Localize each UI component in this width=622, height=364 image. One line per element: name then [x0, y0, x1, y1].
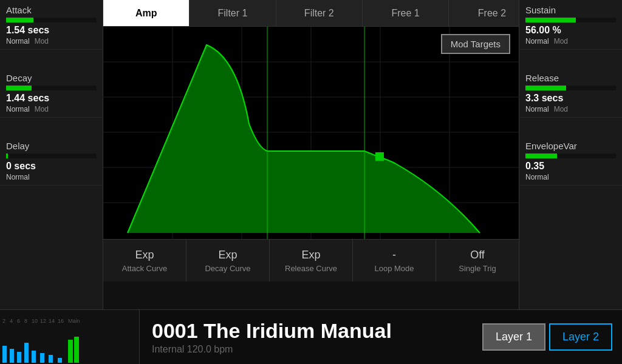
attack-curve-name: Attack Curve — [122, 264, 167, 273]
release-curve-name: Release Curve — [285, 264, 337, 273]
delay-fill — [6, 153, 8, 158]
decay-block: Decay 1.44 secs Normal Mod — [0, 68, 103, 118]
decay-curve-value: Exp — [218, 249, 237, 261]
svg-text:6: 6 — [17, 318, 20, 324]
curve-controls: Exp Attack Curve Exp Decay Curve Exp Rel… — [103, 239, 519, 281]
attack-curve-block[interactable]: Exp Attack Curve — [103, 240, 186, 281]
envelopevar-label: EnvelopeVar — [525, 141, 616, 151]
envelopevar-fill — [525, 153, 557, 158]
sustain-block: Sustain 56.00 % Normal Mod — [519, 0, 622, 50]
patch-name: 0001 The Iridium Manual — [152, 319, 470, 343]
tab-free1[interactable]: Free 1 — [363, 0, 449, 26]
svg-text:4: 4 — [10, 318, 13, 324]
loop-mode-value: - — [392, 249, 396, 261]
release-curve-value: Exp — [301, 249, 320, 261]
delay-modes: Normal — [6, 173, 97, 181]
svg-text:14: 14 — [49, 318, 55, 324]
layer1-button[interactable]: Layer 1 — [482, 323, 545, 351]
svg-rect-30 — [68, 340, 73, 363]
svg-rect-26 — [32, 351, 36, 363]
tab-filter2[interactable]: Filter 2 — [276, 0, 363, 26]
svg-rect-12 — [375, 152, 384, 161]
attack-value: 1.54 secs — [6, 25, 97, 36]
level-meters-svg: 2 4 6 8 10 12 14 16 Main — [0, 315, 134, 364]
sustain-mode-mod[interactable]: Mod — [554, 37, 568, 46]
svg-rect-24 — [17, 352, 21, 363]
mod-targets-button[interactable]: Mod Targets — [441, 34, 510, 54]
tab-filter1[interactable]: Filter 1 — [190, 0, 276, 26]
svg-text:10: 10 — [32, 318, 38, 324]
decay-slider[interactable] — [6, 86, 97, 90]
release-slider[interactable] — [525, 86, 616, 90]
svg-text:8: 8 — [24, 318, 27, 324]
release-curve-block[interactable]: Exp Release Curve — [270, 240, 353, 281]
sustain-fill — [525, 18, 576, 22]
layer-buttons: Layer 1 Layer 2 — [482, 323, 622, 351]
decay-mode-mod[interactable]: Mod — [35, 105, 49, 113]
loop-mode-block[interactable]: - Loop Mode — [353, 240, 436, 281]
patch-info: 0001 The Iridium Manual Internal 120.0 b… — [140, 319, 482, 355]
single-trig-name: Single Trig — [459, 264, 496, 273]
sustain-label: Sustain — [525, 5, 616, 15]
envelopevar-mode-normal[interactable]: Normal — [525, 173, 549, 181]
attack-slider[interactable] — [6, 18, 97, 22]
patch-sub: Internal 120.0 bpm — [152, 344, 470, 355]
attack-mode-normal[interactable]: Normal — [6, 37, 30, 46]
svg-rect-22 — [2, 346, 7, 363]
svg-rect-28 — [49, 355, 53, 363]
decay-value: 1.44 secs — [6, 93, 97, 104]
release-fill — [525, 86, 566, 90]
layer2-button[interactable]: Layer 2 — [549, 323, 612, 351]
sustain-slider[interactable] — [525, 18, 616, 22]
left-panel: Attack 1.54 secs Normal Mod Decay 1.44 s… — [0, 0, 103, 309]
release-block: Release 3.3 secs Normal Mod — [519, 68, 622, 118]
envelopevar-slider[interactable] — [525, 153, 616, 158]
decay-curve-name: Decay Curve — [205, 264, 250, 273]
right-panel: Sustain 56.00 % Normal Mod Release 3.3 s… — [519, 0, 622, 309]
svg-rect-31 — [74, 337, 79, 363]
delay-label: Delay — [6, 141, 97, 151]
svg-text:Main: Main — [68, 318, 80, 324]
sustain-mode-normal[interactable]: Normal — [525, 37, 549, 46]
mini-levels: 2 4 6 8 10 12 14 16 Main — [0, 310, 140, 365]
attack-mode-mod[interactable]: Mod — [35, 37, 49, 46]
delay-block: Delay 0 secs Normal — [0, 136, 103, 186]
tab-amp[interactable]: Amp — [103, 0, 190, 26]
attack-fill — [6, 18, 33, 22]
svg-rect-27 — [40, 353, 44, 363]
release-mode-normal[interactable]: Normal — [525, 105, 549, 113]
delay-slider[interactable] — [6, 153, 97, 158]
svg-rect-29 — [58, 358, 62, 363]
attack-label: Attack — [6, 5, 97, 15]
decay-mode-normal[interactable]: Normal — [6, 105, 30, 113]
bottom-bar: 2 4 6 8 10 12 14 16 Main 0001 The Iridiu… — [0, 309, 622, 364]
decay-fill — [6, 86, 32, 90]
delay-mode-normal[interactable]: Normal — [6, 173, 30, 181]
svg-text:16: 16 — [58, 318, 64, 324]
decay-label: Decay — [6, 73, 97, 83]
delay-value: 0 secs — [6, 161, 97, 172]
envelopevar-modes: Normal — [525, 173, 616, 181]
svg-text:12: 12 — [40, 318, 46, 324]
release-label: Release — [525, 73, 616, 83]
svg-rect-23 — [10, 349, 14, 363]
single-trig-block[interactable]: Off Single Trig — [436, 240, 519, 281]
release-modes: Normal Mod — [525, 105, 616, 113]
envelope-svg — [103, 27, 519, 239]
svg-rect-25 — [24, 343, 29, 363]
release-mode-mod[interactable]: Mod — [554, 105, 568, 113]
envelopevar-value: 0.35 — [525, 161, 616, 172]
attack-modes: Normal Mod — [6, 37, 97, 46]
envelopevar-block: EnvelopeVar 0.35 Normal — [519, 136, 622, 186]
release-value: 3.3 secs — [525, 93, 616, 104]
single-trig-value: Off — [470, 249, 485, 261]
decay-modes: Normal Mod — [6, 105, 97, 113]
decay-curve-block[interactable]: Exp Decay Curve — [186, 240, 270, 281]
sustain-modes: Normal Mod — [525, 37, 616, 46]
loop-mode-name: Loop Mode — [374, 264, 414, 273]
attack-curve-value: Exp — [135, 249, 154, 261]
sustain-value: 56.00 % — [525, 25, 616, 36]
svg-text:2: 2 — [2, 318, 5, 324]
attack-block: Attack 1.54 secs Normal Mod — [0, 0, 103, 50]
main-area: Mod Targets — [103, 27, 519, 281]
